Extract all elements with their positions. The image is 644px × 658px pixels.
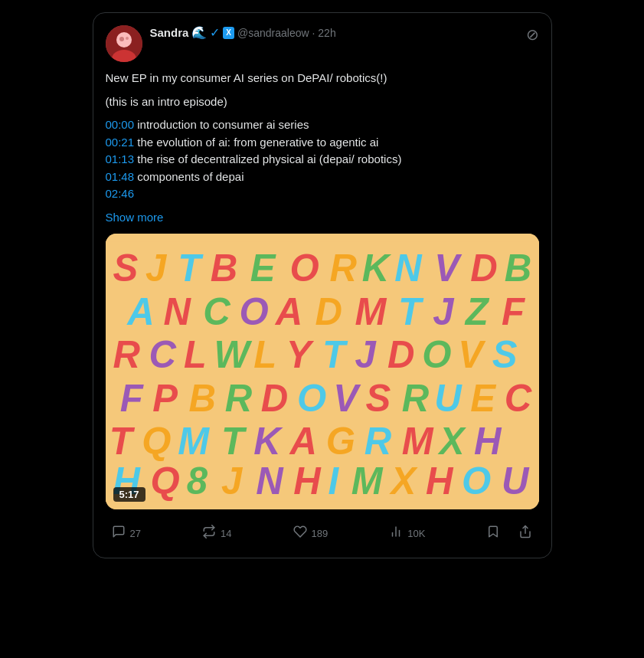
share-button[interactable] [512,522,538,545]
svg-text:R: R [113,334,140,375]
svg-text:V: V [333,378,361,419]
timestamp-0[interactable]: 00:00 [106,118,135,131]
reply-icon [112,525,126,542]
svg-text:T: T [178,247,204,289]
user-info: Sandra 🌊 ✓ X @sandraaleow · 22h [150,25,336,40]
tweet-timestamps: 00:00 introduction to consumer ai series… [106,116,539,203]
svg-text:U: U [434,378,463,419]
media-image: S J T B E O R K N V D B A N C O A D M T [106,234,539,509]
svg-text:X: X [436,421,466,462]
media-container[interactable]: S J T B E O R K N V D B A N C O A D M T [106,234,539,509]
svg-text:T: T [221,421,247,462]
svg-text:O: O [296,378,325,419]
tweet-line2: (this is an intro episode) [106,93,539,111]
svg-text:D: D [470,247,497,289]
svg-point-3 [119,37,124,41]
more-options-button[interactable]: ⊘ [526,27,539,42]
svg-text:M: M [355,291,387,332]
avatar[interactable] [106,25,142,62]
svg-text:U: U [501,460,529,502]
svg-text:M: M [178,421,210,462]
svg-text:Q: Q [150,460,179,502]
svg-text:Y: Y [286,334,314,375]
svg-text:8: 8 [186,460,208,502]
svg-point-4 [126,37,129,40]
svg-text:K: K [361,247,391,289]
timestamp-2[interactable]: 01:13 [106,152,135,165]
tweet-actions: 27 14 189 10K [106,519,539,545]
svg-text:T: T [322,334,348,375]
duration-badge: 5:17 [113,487,145,502]
svg-text:L: L [253,334,276,375]
svg-text:S: S [365,378,391,419]
username[interactable]: @sandraaleow [237,27,309,39]
svg-text:C: C [149,334,176,375]
svg-text:M: M [351,460,383,502]
retweet-button[interactable]: 14 [196,522,237,545]
reply-count: 27 [130,528,141,539]
svg-text:O: O [462,460,491,502]
svg-text:H: H [425,460,453,502]
svg-text:B: B [210,247,237,289]
reply-button[interactable]: 27 [106,522,147,545]
svg-text:R: R [224,378,252,419]
svg-text:S: S [492,334,517,375]
svg-text:O: O [239,291,268,332]
svg-text:H: H [293,460,322,502]
svg-text:E: E [470,378,496,419]
bookmark-icon [486,525,500,542]
svg-text:T: T [109,421,135,462]
tweet-card: Sandra 🌊 ✓ X @sandraaleow · 22h ⊘ New EP… [93,12,552,558]
tweet-time: 22h [318,27,335,39]
media-svg: S J T B E O R K N V D B A N C O A D M T [106,234,539,509]
svg-text:A: A [126,291,154,332]
tweet-line1: New EP in my consumer AI series on DePAI… [106,70,539,87]
svg-text:D: D [387,334,414,375]
svg-text:V: V [458,334,486,375]
tweet-header: Sandra 🌊 ✓ X @sandraaleow · 22h ⊘ [106,25,539,62]
like-button[interactable]: 189 [287,522,335,545]
svg-text:K: K [253,421,283,462]
svg-text:C: C [504,378,531,419]
svg-text:B: B [504,247,531,289]
timestamp-1[interactable]: 00:21 [106,136,135,149]
svg-text:S: S [113,247,138,289]
svg-text:D: D [260,378,287,419]
show-more-button[interactable]: Show more [106,209,539,227]
tweet-header-left: Sandra 🌊 ✓ X @sandraaleow · 22h [106,25,336,62]
svg-text:L: L [183,334,206,375]
svg-text:X: X [388,460,418,502]
timestamp-3[interactable]: 01:48 [106,170,135,183]
svg-text:N: N [163,291,191,332]
svg-text:J: J [433,291,455,332]
user-name-row: Sandra 🌊 ✓ X @sandraaleow · 22h [150,25,336,40]
svg-text:V: V [434,247,463,289]
display-name[interactable]: Sandra [150,26,189,39]
svg-text:O: O [289,247,319,289]
tweet-text: New EP in my consumer AI series on DePAI… [106,70,539,226]
svg-text:A: A [289,421,316,462]
like-icon [293,525,307,542]
username-time: @sandraaleow · 22h [237,27,336,39]
svg-text:O: O [422,334,451,375]
svg-text:R: R [329,247,357,289]
action-right-group [480,522,538,545]
svg-text:Q: Q [142,421,171,462]
svg-text:W: W [214,334,252,375]
timestamp-4[interactable]: 02:46 [106,187,135,200]
svg-text:J: J [145,247,167,289]
share-icon [518,525,532,542]
svg-text:C: C [203,291,230,332]
retweet-icon [202,525,216,542]
svg-text:N: N [394,247,423,289]
svg-point-1 [116,32,132,47]
svg-text:F: F [501,291,525,332]
bookmark-button[interactable] [480,522,506,545]
like-count: 189 [312,528,329,539]
svg-text:P: P [152,378,178,419]
svg-text:J: J [221,460,243,502]
wave-badge: 🌊 [191,25,207,40]
svg-text:A: A [274,291,302,332]
svg-text:H: H [474,421,502,462]
analytics-button[interactable]: 10K [383,522,431,545]
